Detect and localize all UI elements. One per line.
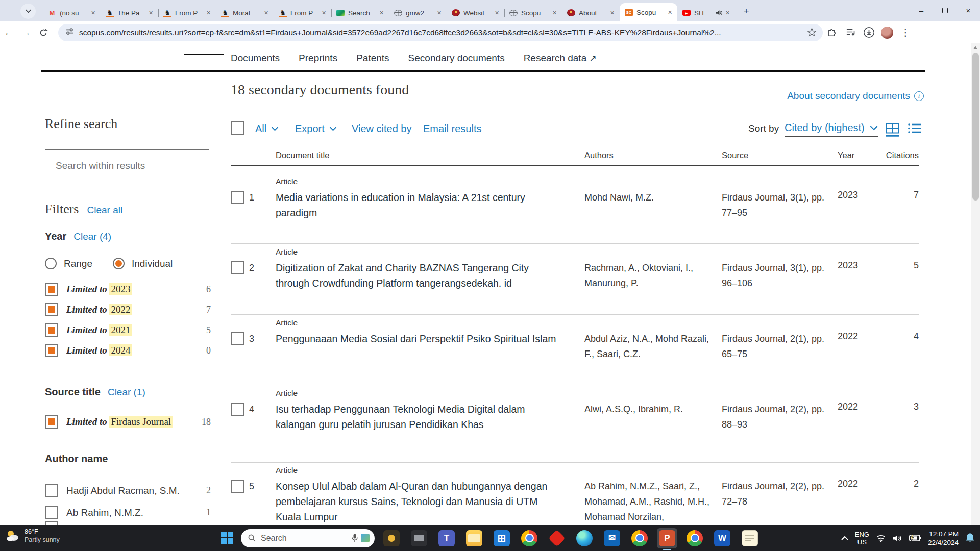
tab-close-icon[interactable]: × [146,9,155,17]
view-cited-by-button[interactable]: View cited by [352,123,411,135]
tab-close-icon[interactable]: × [262,9,271,17]
browser-tab[interactable]: Scopu × [504,4,562,21]
url-text[interactable]: scopus.com/results/results.uri?sort=cp-f… [79,28,803,37]
address-bar[interactable]: scopus.com/results/results.uri?sort=cp-f… [58,24,823,41]
site-settings-icon[interactable] [65,27,74,38]
notifications-bell-icon[interactable] [965,533,975,543]
source-clear-link[interactable]: Clear (1) [108,387,145,398]
language-indicator[interactable]: ENG US [855,531,869,546]
citations-cell[interactable]: 3 [879,402,919,412]
browser-tab[interactable]: The Pa × [101,4,158,21]
document-title-link[interactable]: Isu terhadap Penggunaan Teknologi Media … [276,402,557,432]
taskbar-app-icon[interactable] [381,528,402,548]
media-controls-icon[interactable] [841,28,860,37]
scrollbar-thumb[interactable] [972,53,979,201]
source-cell[interactable]: Firdaus Journal, 2(1), pp. 65–75 [722,331,838,362]
year-clear-link[interactable]: Clear (4) [74,231,111,242]
extensions-puzzle-icon[interactable] [823,28,841,37]
page-scrollbar[interactable] [971,43,980,525]
browser-tab[interactable]: Moral × [216,4,274,21]
source-cell[interactable]: Firdaus Journal, 3(1), pp. 96–106 [722,260,838,291]
author-filter-checkbox[interactable] [45,484,58,497]
taskbar-search[interactable]: Search [241,529,375,547]
individual-radio-label[interactable]: Individual [132,258,173,269]
year-filter-checkbox[interactable] [45,303,58,316]
tab-close-icon[interactable]: × [377,9,386,17]
tab-audio-icon[interactable] [716,10,722,16]
taskbar-app-icon[interactable] [547,528,567,548]
search-within-results-input[interactable] [45,150,209,182]
result-type-tab[interactable]: Preprints ↗ [299,53,337,64]
citations-cell[interactable]: 7 [879,190,919,201]
maximize-button[interactable] [933,0,957,20]
taskbar-app-icon[interactable] [684,528,705,548]
tab-close-icon[interactable]: × [204,9,213,17]
browser-tab[interactable]: Scopu × [620,3,677,21]
select-all-dropdown[interactable]: All [255,123,279,135]
individual-radio[interactable] [113,258,125,269]
browser-menu-icon[interactable]: ⋮ [896,27,915,38]
list-view-icon[interactable] [908,123,921,136]
authors-cell[interactable]: Ab Rahim, N.M.Z., Saari, Z., Mohamad, A.… [584,479,713,524]
tab-close-icon[interactable]: × [666,8,674,17]
row-checkbox[interactable] [231,332,244,345]
forward-icon[interactable]: → [17,27,35,38]
tray-chevron-up-icon[interactable] [841,536,848,540]
info-icon[interactable]: i [914,91,924,101]
start-button[interactable] [221,532,234,545]
taskbar-app-icon[interactable] [574,528,595,548]
browser-tab[interactable]: Search × [331,4,389,21]
clear-all-link[interactable]: Clear all [87,205,122,216]
document-title-link[interactable]: Konsep Ulul Albab dalam Al-Quran dan hub… [276,479,557,524]
row-checkbox[interactable] [231,191,244,204]
citations-cell[interactable]: 2 [879,479,919,489]
tab-close-icon[interactable]: × [550,9,559,17]
taskbar-app-icon[interactable] [464,528,484,548]
refresh-icon[interactable] [35,28,52,37]
source-cell[interactable]: Firdaus Journal, 2(2), pp. 88–93 [722,402,838,432]
grid-view-icon[interactable] [885,123,899,139]
citations-cell[interactable]: 5 [879,260,919,271]
close-button[interactable]: × [957,0,980,20]
taskbar-app-icon[interactable] [409,528,429,548]
authors-cell[interactable]: Abdul Aziz, N.A., Mohd Razali, F., Saari… [584,331,713,362]
back-icon[interactable]: ← [0,27,17,38]
taskbar-app-icon[interactable] [740,528,760,548]
minimize-button[interactable]: – [910,0,933,20]
mic-icon[interactable] [352,534,358,542]
document-title-link[interactable]: Media variations in education in Malaysi… [276,190,557,220]
tab-search-icon[interactable] [20,4,36,19]
speaker-icon[interactable] [893,534,902,542]
authors-cell[interactable]: Alwi, A.S.Q., Ibrahim, R. [584,402,713,417]
taskbar-app-icon[interactable] [436,528,457,548]
author-filter-checkbox[interactable] [45,506,58,519]
browser-tab[interactable]: From P × [158,4,216,21]
email-results-button[interactable]: Email results [423,123,481,135]
year-filter-checkbox[interactable] [45,344,58,357]
search-highlights-icon[interactable] [361,534,370,542]
tab-close-icon[interactable]: × [493,9,501,17]
about-secondary-documents-link[interactable]: About secondary documents i [787,90,924,102]
export-button[interactable]: Export [295,123,337,135]
taskbar-app-icon[interactable] [629,528,650,548]
downloads-icon[interactable] [860,27,878,38]
source-cell[interactable]: Firdaus Journal, 3(1), pp. 77–95 [722,190,838,220]
citations-cell[interactable]: 4 [879,331,919,342]
authors-cell[interactable]: Rachman, A., Oktoviani, I., Manurung, P. [584,260,713,291]
source-filter-checkbox[interactable] [45,415,58,429]
profile-avatar[interactable] [878,27,896,39]
bookmark-star-icon[interactable] [807,28,817,37]
tab-close-icon[interactable]: × [435,9,444,17]
year-filter-checkbox[interactable] [45,323,58,337]
tab-close-icon[interactable]: × [320,9,328,17]
new-tab-button[interactable]: + [739,4,753,18]
taskbar-app-icon[interactable] [519,528,540,548]
tab-close-icon[interactable]: × [723,9,732,17]
source-cell[interactable]: Firdaus Journal, 2(2), pp. 72–78 [722,479,838,509]
taskbar-app-icon[interactable] [712,528,732,548]
authors-cell[interactable]: Mohd Nawi, M.Z. [584,190,713,205]
browser-tab[interactable]: From P × [274,4,331,21]
document-title-link[interactable]: Penggunaaan Media Sosial dari Perspektif… [276,331,557,346]
tab-close-icon[interactable]: × [89,9,97,17]
row-checkbox[interactable] [231,403,244,416]
